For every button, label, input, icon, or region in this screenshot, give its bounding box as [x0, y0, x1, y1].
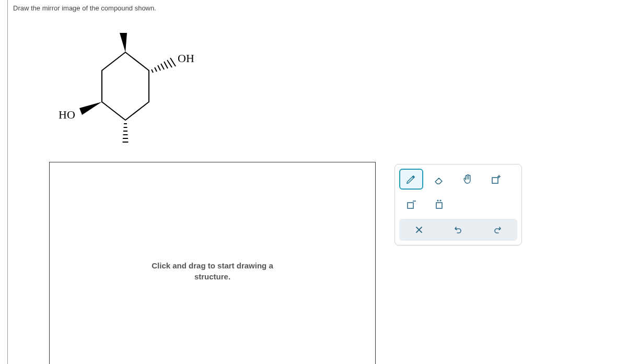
- svg-line-5: [161, 64, 164, 69]
- svg-marker-1: [120, 33, 127, 52]
- canvas-hint-line1: Click and drag to start drawing a: [152, 261, 273, 270]
- close-button[interactable]: [401, 221, 436, 239]
- svg-line-3: [155, 67, 157, 72]
- svg-point-19: [437, 199, 438, 201]
- charge-minus-icon: [405, 198, 417, 210]
- svg-line-8: [170, 58, 176, 66]
- redo-button[interactable]: [480, 221, 515, 239]
- charge-minus-tool[interactable]: [399, 194, 423, 215]
- pencil-icon: [405, 173, 417, 185]
- close-icon: [415, 226, 423, 234]
- svg-line-6: [164, 62, 168, 68]
- lone-pair-tool[interactable]: [427, 194, 451, 215]
- charge-plus-icon: [490, 173, 502, 185]
- prompt-text: Draw the mirror image of the compound sh…: [13, 4, 156, 12]
- svg-point-20: [439, 199, 441, 201]
- left-border: [7, 0, 8, 364]
- label-ho: HO: [59, 108, 75, 121]
- undo-button[interactable]: [440, 221, 475, 239]
- redo-icon: [493, 225, 502, 234]
- svg-marker-0: [102, 52, 149, 120]
- toolbar-actions: [399, 219, 517, 241]
- undo-icon: [454, 225, 463, 234]
- eraser-icon: [433, 173, 446, 185]
- charge-plus-tool[interactable]: [484, 169, 508, 190]
- canvas-hint: Click and drag to start drawing a struct…: [49, 260, 376, 282]
- label-oh: OH: [178, 52, 194, 65]
- svg-rect-17: [408, 203, 413, 208]
- eraser-tool[interactable]: [427, 169, 451, 190]
- drawing-toolbar: [394, 164, 522, 245]
- hand-icon: [461, 173, 474, 185]
- svg-rect-18: [436, 203, 442, 208]
- move-tool[interactable]: [456, 169, 480, 190]
- lone-pair-icon: [433, 198, 446, 210]
- svg-line-4: [158, 65, 160, 71]
- svg-line-2: [152, 69, 153, 73]
- molecule-structure: OH HO: [21, 29, 240, 159]
- svg-rect-16: [492, 178, 498, 183]
- svg-marker-9: [79, 102, 102, 115]
- toolbar-row-2: [399, 194, 517, 215]
- toolbar-row-1: [399, 169, 517, 190]
- canvas-hint-line2: structure.: [194, 272, 230, 281]
- svg-line-7: [167, 60, 172, 67]
- pencil-tool[interactable]: [399, 169, 423, 190]
